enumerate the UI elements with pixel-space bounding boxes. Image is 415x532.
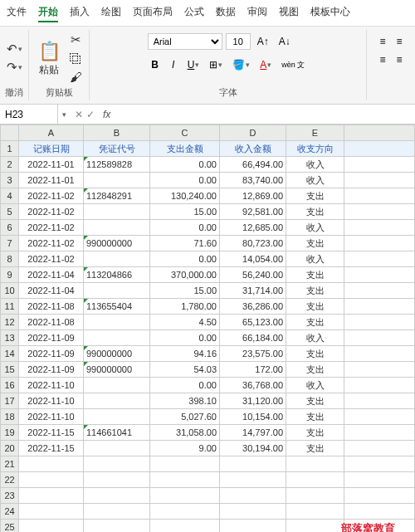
cell[interactable]: 370,000.00	[150, 267, 220, 283]
cell[interactable]	[84, 283, 150, 299]
row-header[interactable]: 8	[1, 251, 19, 267]
cancel-formula-icon[interactable]: ✕	[75, 109, 83, 120]
cell[interactable]: 0.00	[150, 220, 220, 236]
menu-formula[interactable]: 公式	[184, 3, 204, 22]
cell[interactable]: 172.00	[220, 362, 286, 378]
cell[interactable]: 收入	[286, 220, 344, 236]
cell[interactable]: 支出	[286, 283, 344, 299]
accept-formula-icon[interactable]: ✓	[86, 109, 95, 120]
cell[interactable]: 54.03	[150, 362, 220, 378]
fx-icon[interactable]: fx	[100, 109, 114, 120]
cell[interactable]: 支出	[286, 299, 344, 315]
cell[interactable]: 65,123.00	[220, 315, 286, 330]
cell[interactable]: 2022-11-09	[19, 330, 84, 346]
cell[interactable]: 0.00	[150, 251, 220, 267]
cell[interactable]: 36,768.00	[220, 378, 286, 393]
cell[interactable]: 112848291	[84, 188, 150, 204]
cell[interactable]: 收入	[286, 330, 344, 346]
cell[interactable]: 112589828	[84, 157, 150, 173]
row-header[interactable]: 17	[1, 393, 19, 409]
menu-home[interactable]: 开始	[38, 3, 58, 22]
row-header[interactable]: 22	[1, 472, 19, 488]
cell[interactable]: 2022-11-01	[19, 173, 84, 188]
row-header[interactable]: 4	[1, 188, 19, 204]
menu-data[interactable]: 数据	[216, 3, 236, 22]
row-header[interactable]: 12	[1, 315, 19, 330]
cell[interactable]	[84, 441, 150, 456]
align-center-icon[interactable]: ≡	[392, 51, 407, 68]
menu-insert[interactable]: 插入	[70, 3, 90, 22]
col-header[interactable]	[344, 125, 415, 141]
cell[interactable]	[84, 315, 150, 330]
row-header[interactable]: 5	[1, 204, 19, 220]
row-header[interactable]: 11	[1, 299, 19, 315]
row-header[interactable]: 19	[1, 425, 19, 441]
cell[interactable]: 2022-11-08	[19, 315, 84, 330]
cell[interactable]: 0.00	[150, 330, 220, 346]
row-header[interactable]: 14	[1, 346, 19, 362]
cell[interactable]: 支出	[286, 236, 344, 251]
cell[interactable]: 2022-11-02	[19, 220, 84, 236]
cell[interactable]: 2022-11-02	[19, 251, 84, 267]
cell[interactable]: 36,286.00	[220, 299, 286, 315]
redo-icon[interactable]: ↷▾	[6, 59, 22, 76]
row-header[interactable]: 9	[1, 267, 19, 283]
cell[interactable]	[84, 393, 150, 409]
cell[interactable]: 113204866	[84, 267, 150, 283]
cell[interactable]: 支出	[286, 441, 344, 456]
row-header[interactable]: 24	[1, 504, 19, 520]
cell[interactable]: 2022-11-09	[19, 362, 84, 378]
cell[interactable]: 2022-11-02	[19, 204, 84, 220]
cell[interactable]: 2022-11-08	[19, 299, 84, 315]
header-cell[interactable]: 收支方向	[286, 141, 344, 157]
cell[interactable]: 支出	[286, 346, 344, 362]
cell[interactable]: 80,723.00	[220, 236, 286, 251]
cell[interactable]: 2022-11-15	[19, 441, 84, 456]
cell[interactable]: 0.00	[150, 157, 220, 173]
cell[interactable]: 114661041	[84, 425, 150, 441]
cell[interactable]: 1,780.00	[150, 299, 220, 315]
cell[interactable]: 支出	[286, 315, 344, 330]
cell[interactable]: 支出	[286, 409, 344, 425]
cell[interactable]: 92,581.00	[220, 204, 286, 220]
cell[interactable]: 31,058.00	[150, 425, 220, 441]
cell[interactable]: 83,740.00	[220, 173, 286, 188]
format-painter-icon[interactable]: 🖌	[67, 68, 84, 85]
cell[interactable]: 2022-11-10	[19, 409, 84, 425]
cell[interactable]: 66,184.00	[220, 330, 286, 346]
namebox-dropdown-icon[interactable]: ▾	[59, 110, 70, 119]
cell[interactable]: 14,797.00	[220, 425, 286, 441]
col-header[interactable]: E	[286, 125, 344, 141]
select-all-corner[interactable]	[1, 125, 19, 141]
align-middle-icon[interactable]: ≡	[392, 33, 407, 50]
row-header[interactable]: 1	[1, 141, 19, 157]
cell[interactable]: 66,494.00	[220, 157, 286, 173]
name-box[interactable]	[0, 105, 58, 124]
cell[interactable]: 12,685.00	[220, 220, 286, 236]
menu-view[interactable]: 视图	[279, 3, 299, 22]
cell[interactable]: 56,240.00	[220, 267, 286, 283]
menu-template[interactable]: 模板中心	[310, 3, 350, 22]
row-header[interactable]: 7	[1, 236, 19, 251]
cell[interactable]	[84, 204, 150, 220]
cell[interactable]: 2022-11-04	[19, 267, 84, 283]
cell[interactable]: 15.00	[150, 283, 220, 299]
cell[interactable]: 支出	[286, 204, 344, 220]
cell[interactable]: 收入	[286, 173, 344, 188]
cell[interactable]: 113655404	[84, 299, 150, 315]
cell[interactable]: 2022-11-04	[19, 283, 84, 299]
copy-icon[interactable]: ⿻	[67, 50, 84, 66]
font-size-input[interactable]	[226, 33, 251, 50]
cell[interactable]: 5,027.60	[150, 409, 220, 425]
cell[interactable]	[84, 251, 150, 267]
cell[interactable]: 0.00	[150, 378, 220, 393]
cell[interactable]: 71.60	[150, 236, 220, 251]
cell[interactable]	[84, 330, 150, 346]
row-header[interactable]: 13	[1, 330, 19, 346]
cell[interactable]: 2022-11-01	[19, 157, 84, 173]
increase-font-icon[interactable]: A↑	[254, 33, 272, 50]
col-header[interactable]: A	[19, 125, 84, 141]
row-header[interactable]: 20	[1, 441, 19, 456]
row-header[interactable]: 25	[1, 520, 19, 533]
decrease-font-icon[interactable]: A↓	[276, 33, 294, 50]
